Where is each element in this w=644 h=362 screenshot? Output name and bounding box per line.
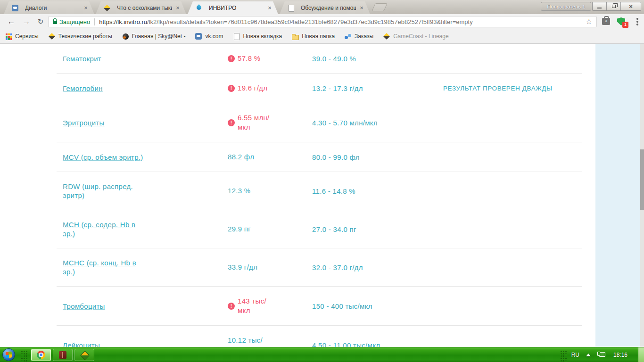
test-name-link[interactable]: MCH (ср. содер. Hb в эр.) [63,221,135,238]
result-value: 88.2 фл [228,152,312,162]
results-page: Гематокрит 57.8 % 39.0 - 49.0 % Гемоглоб… [0,44,644,347]
result-row: MCH (ср. содер. Hb в эр.) 29.9 пг 27.0 -… [57,210,582,248]
test-name-link[interactable]: Эритроциты [63,119,105,127]
back-button[interactable]: ← [6,16,17,27]
browser-tab[interactable]: Обсуждение и помощь [280,1,370,14]
url-path: /lk2/lkp/results/details?token=76d011c96… [147,18,473,25]
result-value: 6.55 млн/ мкл [228,113,312,132]
reference-range: 4.50 - 11.00 тыс/мкл [312,341,443,347]
folder-icon [291,33,299,40]
browser-tab[interactable]: ИНВИТРО [188,1,278,14]
start-button[interactable] [2,348,15,361]
drop-icon [195,4,203,12]
test-name-link[interactable]: MCHC (ср. конц. Hb в эр.) [63,259,136,276]
bookmark-item[interactable]: Новая вкладка [232,33,282,40]
forward-button[interactable]: → [21,16,32,27]
value-text: 143 тыс/ мкл [238,296,266,315]
tab-close-icon[interactable] [82,4,90,12]
profile-button[interactable]: Пользователь 1 [541,2,591,11]
extension-badge: 1 [622,22,628,28]
reference-range: 150 - 400 тыс/мкл [312,302,443,310]
result-value: 12.3 % [228,186,312,196]
language-indicator[interactable]: RU [571,352,579,358]
tab-close-icon[interactable] [266,4,273,12]
bookmark-label: GameCoast - Lineage [393,33,448,40]
bookmark-label: Технические работы [58,33,112,40]
reference-range: 27.0 - 34.0 пг [312,225,443,233]
result-value: 143 тыс/ мкл [228,296,312,315]
taskbar-app-button[interactable] [74,349,94,361]
taskbar-app-button[interactable] [31,349,51,361]
result-row: Гематокрит 57.8 % 39.0 - 49.0 % [57,44,582,74]
url-host: https://lk.invitro.ru [99,18,147,25]
browser-tab[interactable]: Диалоги [4,1,94,14]
value-text: 12.3 % [228,186,251,196]
chat-icon [11,4,19,12]
diamond-icon [103,4,111,12]
diamond-icon [383,33,390,40]
result-row: MCHC (ср. конц. Hb в эр.) 33.9 г/дл 32.0… [57,248,582,287]
tab-strip: Диалоги Что с осколками тыкв ? ИНВИТРО О… [4,1,372,14]
bookmark-star-icon[interactable] [585,17,593,26]
bookmark-item[interactable]: Заказы [344,33,373,40]
show-desktop-button[interactable] [638,347,644,362]
tab-close-icon[interactable] [358,4,365,12]
page-icon [232,33,240,40]
test-name-link[interactable]: Гемоглобин [63,84,103,92]
tab-title: Что с осколками тыкв ? [117,5,172,11]
value-text: 29.9 пг [228,224,251,234]
bookmark-item[interactable]: Технические работы [48,33,112,40]
chrome-menu-icon[interactable] [636,17,638,26]
test-name-link[interactable]: MCV (ср. объем эритр.) [63,153,143,161]
reference-range: 13.2 - 17.3 г/дл [312,84,443,92]
reference-range: 11.6 - 14.8 % [312,187,443,195]
taskbar: RU 18:16 [0,347,644,362]
result-value: 33.9 г/дл [228,263,312,272]
page-side-panel [595,44,640,347]
tab-title: ИНВИТРО [209,5,264,11]
chrome-icon [37,351,45,359]
window-controls [592,2,641,11]
tab-title: Обсуждение и помощь [301,5,356,11]
result-value: 29.9 пг [228,224,312,234]
value-text: 19.6 г/дл [238,83,267,93]
results-table: Гематокрит 57.8 % 39.0 - 49.0 % Гемоглоб… [57,44,582,347]
alert-icon [228,303,235,310]
test-name-link[interactable]: Гематокрит [63,55,101,63]
close-button[interactable] [621,2,641,10]
restore-button[interactable] [607,2,621,10]
reload-button[interactable]: ↻ [35,16,46,27]
new-tab-button[interactable] [372,3,388,11]
result-row: Тромбоциты 143 тыс/ мкл 150 - 400 тыс/мк… [57,287,582,326]
minimize-button[interactable] [593,2,607,10]
test-name-link[interactable]: Тромбоциты [63,302,105,310]
value-text: 33.9 г/дл [228,263,257,272]
bookmark-item[interactable]: Новая папка [291,33,335,40]
test-name-link[interactable]: Лейкоциты [63,341,100,347]
bookmark-item[interactable]: vk.com [195,33,223,40]
taskbar-app-button[interactable] [53,349,73,361]
restore-icon [612,5,616,8]
titlebar: Диалоги Что с осколками тыкв ? ИНВИТРО О… [0,0,644,14]
tray-expand-icon[interactable] [586,354,591,356]
scrollbar-track[interactable] [640,44,644,347]
result-row: Эритроциты 6.55 млн/ мкл 4.30 - 5.70 млн… [57,103,582,142]
address-bar[interactable]: Защищено https://lk.invitro.ru/lk2/lkp/r… [48,16,597,27]
network-icon[interactable] [597,352,605,358]
browser-tab[interactable]: Что с осколками тыкв ? [96,1,186,14]
taskbar-separator-dots [21,350,27,362]
verified-note: РЕЗУЛЬТАТ ПРОВЕРЕН ДВАЖДЫ [443,85,582,92]
taskbar-apps [31,349,96,361]
tab-close-icon[interactable] [174,4,182,12]
bookmark-item[interactable]: GameCoast - Lineage [383,33,448,40]
bookmark-item[interactable]: Главная | Sky@Net - [122,33,186,40]
bookmark-item[interactable]: Сервисы [5,33,39,40]
alert-icon [228,119,235,126]
reference-range: 4.30 - 5.70 млн/мкл [312,119,443,127]
scrollbar-thumb[interactable] [640,149,644,210]
clock[interactable]: 18:16 [613,352,627,358]
tab-title: Диалоги [25,5,80,11]
value-text: 6.55 млн/ мкл [238,113,270,132]
url-separator [94,18,95,25]
extension-bag-icon[interactable] [602,18,610,25]
